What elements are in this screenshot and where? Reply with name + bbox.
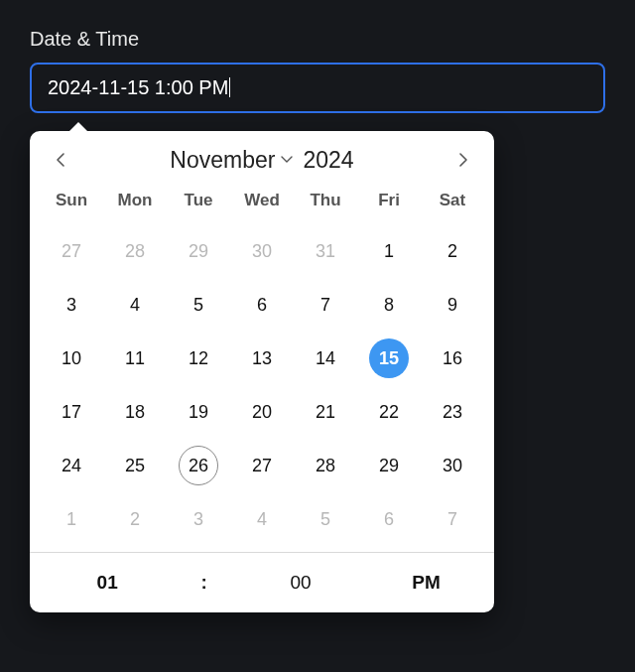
day-cell[interactable]: 6: [230, 278, 294, 332]
day-number: 29: [369, 446, 409, 485]
day-cell[interactable]: 4: [103, 278, 167, 332]
day-cell[interactable]: 29: [167, 224, 230, 278]
day-cell[interactable]: 26: [167, 439, 230, 492]
day-cell[interactable]: 27: [230, 439, 294, 492]
day-cell[interactable]: 5: [294, 492, 357, 546]
calendar-title: November 2024: [170, 147, 353, 174]
datetime-input-value: 2024-11-15 1:00 PM: [48, 76, 228, 98]
day-cell[interactable]: 16: [421, 332, 484, 385]
day-cell[interactable]: 7: [294, 278, 357, 332]
day-number: 7: [306, 285, 345, 325]
next-month-button[interactable]: [448, 145, 478, 175]
day-number: 28: [115, 231, 155, 271]
hour-select[interactable]: 01: [40, 572, 175, 594]
day-cell[interactable]: 4: [230, 492, 294, 546]
day-cell[interactable]: 30: [230, 224, 294, 278]
day-cell[interactable]: 30: [421, 439, 484, 492]
day-number: 19: [179, 392, 218, 432]
day-cell[interactable]: 1: [357, 224, 421, 278]
day-number: 14: [306, 338, 345, 378]
day-cell[interactable]: 12: [167, 332, 230, 385]
field-label: Date & Time: [30, 28, 605, 51]
minute-select[interactable]: 00: [233, 572, 368, 594]
day-number: 28: [306, 446, 345, 485]
day-cell[interactable]: 7: [421, 492, 484, 546]
day-cell[interactable]: 15: [357, 332, 421, 385]
day-number: 21: [306, 392, 345, 432]
day-cell[interactable]: 24: [40, 439, 103, 492]
day-number: 3: [179, 499, 218, 539]
dow-row: Sun Mon Tue Wed Thu Fri Sat: [40, 181, 484, 224]
day-cell[interactable]: 22: [357, 385, 421, 439]
day-number: 2: [433, 231, 472, 271]
day-cell[interactable]: 3: [40, 278, 103, 332]
week-row: 272829303112: [40, 224, 484, 278]
chevron-left-icon: [56, 152, 65, 168]
day-cell[interactable]: 2: [421, 224, 484, 278]
prev-month-button[interactable]: [46, 145, 75, 175]
day-cell[interactable]: 10: [40, 332, 103, 385]
day-number: 30: [433, 446, 472, 485]
day-number: 6: [369, 499, 409, 539]
day-cell[interactable]: 31: [294, 224, 357, 278]
day-cell[interactable]: 6: [357, 492, 421, 546]
ampm-select[interactable]: PM: [368, 572, 484, 594]
week-row: 10111213141516: [40, 332, 484, 385]
day-cell[interactable]: 13: [230, 332, 294, 385]
day-number: 17: [52, 392, 91, 432]
day-number: 20: [242, 392, 282, 432]
dow-thu: Thu: [294, 181, 357, 224]
day-cell[interactable]: 28: [294, 439, 357, 492]
day-number: 26: [179, 446, 218, 485]
day-number: 18: [115, 392, 155, 432]
week-row: 3456789: [40, 278, 484, 332]
day-cell[interactable]: 23: [421, 385, 484, 439]
day-number: 1: [369, 231, 409, 271]
time-row: 01 : 00 PM: [40, 553, 484, 612]
day-number: 5: [306, 499, 345, 539]
day-cell[interactable]: 1: [40, 492, 103, 546]
day-cell[interactable]: 18: [103, 385, 167, 439]
day-cell[interactable]: 9: [421, 278, 484, 332]
calendar-header: November 2024: [40, 137, 484, 181]
day-number: 11: [115, 338, 155, 378]
day-cell[interactable]: 19: [167, 385, 230, 439]
week-row: 17181920212223: [40, 385, 484, 439]
day-cell[interactable]: 27: [40, 224, 103, 278]
day-number: 27: [52, 231, 91, 271]
chevron-right-icon: [458, 152, 468, 168]
day-cell[interactable]: 2: [103, 492, 167, 546]
day-number: 8: [369, 285, 409, 325]
day-cell[interactable]: 8: [357, 278, 421, 332]
day-number: 12: [179, 338, 218, 378]
day-number: 4: [115, 285, 155, 325]
day-cell[interactable]: 28: [103, 224, 167, 278]
week-row: 1234567: [40, 492, 484, 546]
day-cell[interactable]: 3: [167, 492, 230, 546]
day-number: 29: [179, 231, 218, 271]
day-cell[interactable]: 21: [294, 385, 357, 439]
day-number: 25: [115, 446, 155, 485]
day-cell[interactable]: 11: [103, 332, 167, 385]
year-select[interactable]: 2024: [303, 147, 353, 174]
datetime-popover: November 2024 Sun Mon Tue Wed Thu Fri Sa…: [30, 131, 494, 612]
day-cell[interactable]: 5: [167, 278, 230, 332]
month-select[interactable]: November: [170, 147, 293, 174]
day-cell[interactable]: 17: [40, 385, 103, 439]
chevron-down-icon: [281, 156, 293, 164]
day-cell[interactable]: 25: [103, 439, 167, 492]
datetime-input[interactable]: 2024-11-15 1:00 PM: [30, 63, 605, 113]
day-cell[interactable]: 14: [294, 332, 357, 385]
dow-sat: Sat: [421, 181, 484, 224]
day-number: 15: [369, 338, 409, 378]
calendar-grid: 2728293031123456789101112131415161718192…: [40, 224, 484, 546]
dow-wed: Wed: [230, 181, 294, 224]
day-number: 7: [433, 499, 472, 539]
day-cell[interactable]: 29: [357, 439, 421, 492]
week-row: 24252627282930: [40, 439, 484, 492]
day-cell[interactable]: 20: [230, 385, 294, 439]
day-number: 30: [242, 231, 282, 271]
dow-sun: Sun: [40, 181, 103, 224]
day-number: 24: [52, 446, 91, 485]
day-number: 16: [433, 338, 472, 378]
